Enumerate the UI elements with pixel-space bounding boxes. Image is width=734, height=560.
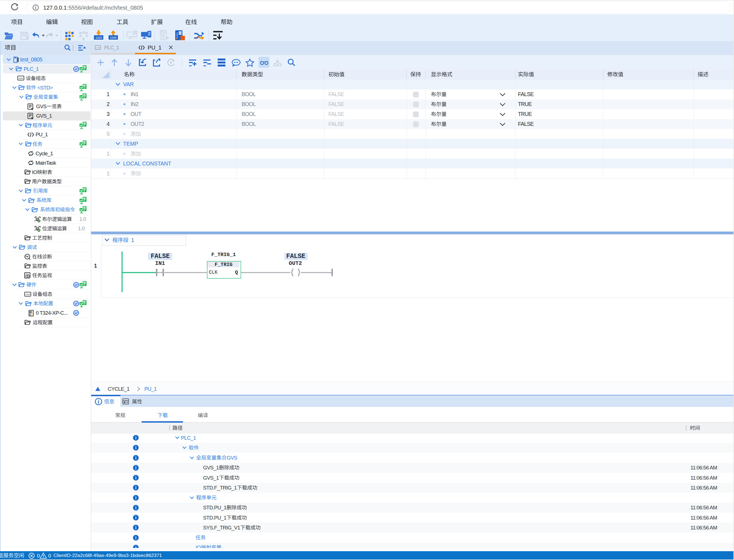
svg-text:1100: 1100: [18, 77, 23, 80]
svg-text:10: 10: [179, 32, 181, 34]
svg-text:1100: 1100: [25, 293, 30, 296]
svg-text:1100: 1100: [110, 36, 116, 39]
svg-text:1100: 1100: [95, 36, 102, 39]
svg-text:1100: 1100: [95, 47, 100, 49]
